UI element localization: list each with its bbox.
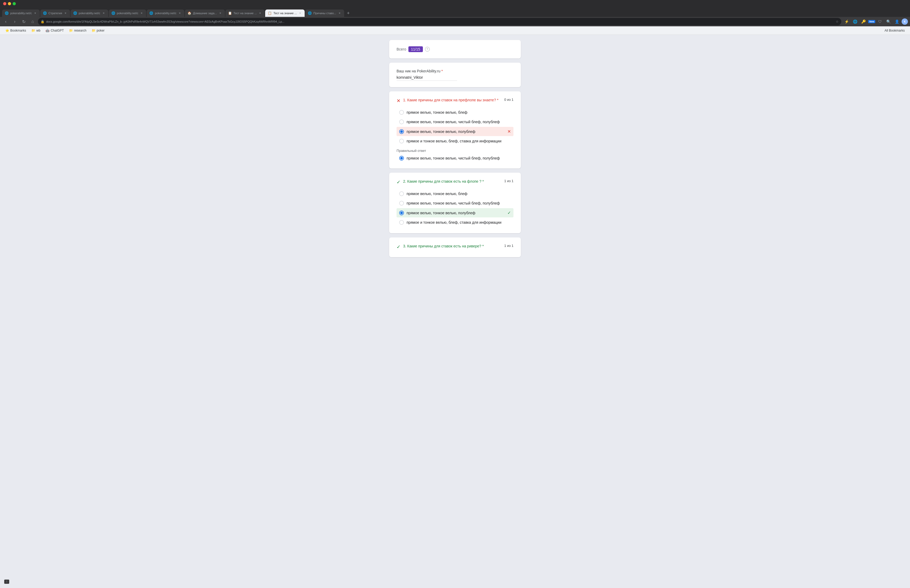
option-row-2-1[interactable]: прямое велью, тонкое велью, блеф bbox=[396, 189, 514, 198]
tab-3[interactable]: 🌐 pokerability.net/с ✕ bbox=[71, 10, 108, 17]
tab-favicon-4: 🌐 bbox=[112, 11, 115, 15]
bookmarks-bar: ⭐ Bookmarks 📁 wb 🤖 ChatGPT 📁 research 📁 … bbox=[0, 26, 910, 35]
forward-button[interactable]: › bbox=[11, 18, 18, 25]
tab-close-2[interactable]: ✕ bbox=[64, 11, 68, 15]
bookmark-label-1: Bookmarks bbox=[10, 29, 26, 32]
minimize-dot[interactable] bbox=[8, 2, 11, 5]
back-button[interactable]: ‹ bbox=[2, 18, 10, 25]
option-text-1-1: прямое велью, тонкое велью, блеф bbox=[407, 110, 511, 115]
close-dot[interactable] bbox=[3, 2, 6, 5]
score-help-icon[interactable]: ? bbox=[425, 47, 430, 52]
question-text-3: 3. Какие причины для ставок есть на риве… bbox=[403, 244, 484, 249]
vpn-icon[interactable]: 🌐 bbox=[851, 18, 859, 25]
option-row-1-2[interactable]: прямое велью, тонкое велью, чистый блеф,… bbox=[396, 117, 514, 126]
address-bar[interactable]: 🔒 docs.google.com/forms/d/e/1FAIpQLSeSc4… bbox=[38, 18, 841, 25]
tab-favicon-5: 🌐 bbox=[149, 11, 153, 15]
score-card: Всего 11/15 ? bbox=[389, 40, 521, 58]
tab-1[interactable]: 🌐 pokerability.net/с ✕ bbox=[2, 10, 40, 17]
extension-2[interactable]: 🛡 bbox=[876, 18, 884, 25]
correct-radio-1 bbox=[399, 156, 404, 161]
required-q1: * bbox=[497, 98, 498, 102]
question-score-3: 1 из 1 bbox=[504, 244, 514, 248]
profile-avatar[interactable]: К bbox=[902, 18, 908, 25]
all-bookmarks[interactable]: All Bookmarks bbox=[883, 27, 907, 34]
star-icon[interactable]: ☆ bbox=[836, 20, 839, 23]
bookmark-wb[interactable]: 📁 wb bbox=[29, 27, 42, 34]
score-badge: 11/15 bbox=[408, 46, 423, 52]
bookmark-bookmarks[interactable]: ⭐ Bookmarks bbox=[3, 27, 28, 34]
tab-close-7[interactable]: ✕ bbox=[258, 11, 262, 15]
tab-close-4[interactable]: ✕ bbox=[140, 11, 144, 15]
required-q3: * bbox=[482, 244, 484, 248]
option-text-1-3: прямое велью, тонкое велью, полублеф bbox=[407, 129, 505, 134]
reload-button[interactable]: ↻ bbox=[20, 18, 27, 25]
tab-7[interactable]: 📋 Тест на знание ... ✕ bbox=[225, 10, 265, 17]
option-text-1-2: прямое велью, тонкое велью, чистый блеф,… bbox=[407, 120, 511, 124]
radio-1-2 bbox=[399, 120, 404, 124]
tab-close-6[interactable]: ✕ bbox=[218, 11, 222, 15]
question-text-1: 1. Какие причины для ставок на префлопе … bbox=[403, 98, 498, 103]
correct-option-icon-2: ✓ bbox=[508, 210, 511, 215]
required-q2: * bbox=[482, 179, 484, 183]
radio-1-4 bbox=[399, 139, 404, 144]
bookmark-icon-2: 📁 bbox=[31, 29, 35, 32]
window-controls bbox=[3, 2, 16, 5]
extensions-button[interactable]: ⚡ bbox=[843, 18, 850, 25]
bookmark-research[interactable]: 📁 research bbox=[67, 27, 89, 34]
question-left-3: ✓ 3. Какие причины для ставок есть на ри… bbox=[396, 244, 501, 250]
radio-2-2 bbox=[399, 201, 404, 205]
search-icon[interactable]: 🔍 bbox=[885, 18, 892, 25]
tab-close-8[interactable]: ✕ bbox=[298, 11, 302, 15]
tab-title-2: Стратегия bbox=[48, 11, 62, 15]
tab-favicon-8: 📋 bbox=[268, 11, 272, 15]
name-label: Ваш ник на PokerAbility.ru * bbox=[396, 69, 514, 73]
tab-favicon-2: 🌐 bbox=[43, 11, 47, 15]
new-tab-button[interactable]: + bbox=[345, 10, 352, 17]
tab-5[interactable]: 🌐 pokerability.net/с ✕ bbox=[147, 10, 184, 17]
question-text-2: 2. Какие причины для ставок есть на флоп… bbox=[403, 179, 484, 184]
option-row-1-1[interactable]: прямое велью, тонкое велью, блеф bbox=[396, 108, 514, 117]
option-row-2-3[interactable]: прямое велью, тонкое велью, полублеф ✓ bbox=[396, 208, 514, 217]
tab-close-9[interactable]: ✕ bbox=[338, 11, 341, 15]
score-label: Всего bbox=[396, 47, 406, 51]
tab-favicon-9: 🌐 bbox=[308, 11, 312, 15]
tab-4[interactable]: 🌐 pokerability.net/с ✕ bbox=[109, 10, 146, 17]
bitwarden-icon[interactable]: 🔑 bbox=[860, 18, 867, 25]
question-left-2: ✓ 2. Какие причины для ставок есть на фл… bbox=[396, 179, 501, 185]
tab-9[interactable]: 🌐 Причины ставо... ✕ bbox=[305, 10, 344, 17]
chrome-toolbar: ‹ › ↻ ⌂ 🔒 docs.google.com/forms/d/e/1FAI… bbox=[0, 17, 910, 26]
tab-2[interactable]: 🌐 Стратегия ✕ bbox=[40, 10, 70, 17]
tab-title-4: pokerability.net/с bbox=[117, 11, 139, 15]
option-text-2-1: прямое велью, тонкое велью, блеф bbox=[407, 192, 511, 196]
bookmark-icon-5: 📁 bbox=[92, 29, 95, 32]
correct-radio-inner-1 bbox=[400, 157, 403, 160]
option-row-1-4[interactable]: прямое и тонкое велью, блеф, ставка для … bbox=[396, 137, 514, 145]
tab-8[interactable]: 📋 Тест на знание ... ✕ bbox=[265, 10, 305, 17]
bookmark-label-2: wb bbox=[36, 29, 40, 32]
account-button[interactable]: 👤 bbox=[893, 18, 900, 25]
tab-title-1: pokerability.net/с bbox=[10, 11, 32, 15]
bookmark-chatgpt[interactable]: 🤖 ChatGPT bbox=[44, 27, 66, 34]
bookmark-icon-4: 📁 bbox=[69, 29, 73, 32]
wrong-option-icon-1: ✕ bbox=[508, 129, 511, 134]
radio-2-3 bbox=[399, 210, 404, 215]
option-row-2-4[interactable]: прямое и тонкое велью, блеф, ставка для … bbox=[396, 218, 514, 227]
tab-close-3[interactable]: ✕ bbox=[102, 11, 105, 15]
option-row-1-3[interactable]: прямое велью, тонкое велью, полублеф ✕ bbox=[396, 127, 514, 136]
feedback-button[interactable]: ! bbox=[4, 580, 9, 584]
fullscreen-dot[interactable] bbox=[13, 2, 16, 5]
tab-6[interactable]: 🏠 Домашние зада... ✕ bbox=[185, 10, 225, 17]
tab-close-1[interactable]: ✕ bbox=[34, 11, 37, 15]
home-button[interactable]: ⌂ bbox=[29, 18, 36, 25]
feedback-area: ! bbox=[4, 580, 9, 584]
correct-answer-text-1: прямое велью, тонкое велью, чистый блеф,… bbox=[407, 156, 511, 160]
tab-favicon-7: 📋 bbox=[228, 11, 232, 15]
question-card-2: ✓ 2. Какие причины для ставок есть на фл… bbox=[389, 173, 521, 233]
tab-title-5: pokerability.net/с bbox=[155, 11, 176, 15]
tab-title-7: Тест на знание ... bbox=[234, 11, 257, 15]
tab-close-5[interactable]: ✕ bbox=[178, 11, 182, 15]
bookmark-poker[interactable]: 📁 poker bbox=[89, 27, 107, 34]
option-row-2-2[interactable]: прямое велью, тонкое велью, чистый блеф,… bbox=[396, 199, 514, 208]
question-header-3: ✓ 3. Какие причины для ставок есть на ри… bbox=[396, 244, 514, 250]
option-text-2-3: прямое велью, тонкое велью, полублеф bbox=[407, 211, 505, 215]
